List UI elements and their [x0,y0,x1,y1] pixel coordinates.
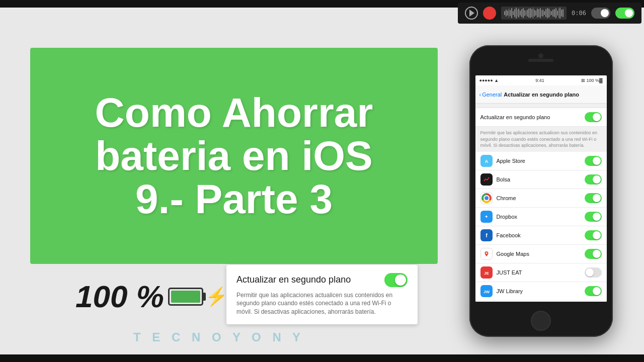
info-card-title-text: Actualizar en segundo plano [236,275,351,285]
just-eat-toggle[interactable] [585,267,602,278]
waveform-bar [558,9,559,18]
waveform-bar [542,10,543,17]
app-row-bolsa: Bolsa [475,170,607,189]
dropbox-label: Dropbox [497,214,581,220]
title-box: Como Ahorrar bateria en iOS 9.- Parte 3 [30,48,438,264]
back-button[interactable]: ‹ General [479,92,502,98]
ios-nav-bar: ‹ General Actualizar en segundo plano [475,85,607,104]
waveform-bar [547,8,548,18]
app-row-google-maps: Google Maps [475,245,607,263]
waveform-bar [516,8,517,19]
app-row-just-eat: JE JUST EAT [475,263,607,282]
status-time: 9:41 [535,78,544,83]
jw-library-toggle[interactable] [585,286,602,296]
main-toggle-switch[interactable] [585,112,602,122]
google-maps-toggle[interactable] [585,249,602,259]
apple-store-toggle[interactable] [585,156,602,166]
waveform-bar [557,11,558,16]
nav-title: Actualizar en segundo plano [504,92,579,98]
app-row-dropbox: ✦ Dropbox [475,208,607,226]
iphone-camera [538,53,543,58]
black-bar-bottom [0,354,644,362]
facebook-icon: f [480,229,493,241]
waveform-bar [548,9,549,18]
waveform-bar [530,8,531,18]
waveform-bar [545,9,546,17]
waveform-bar [559,8,560,19]
app-list: A Apple Store [475,152,607,302]
battery-percent: 100 % [75,279,164,314]
waveform-bar [531,9,532,17]
recording-time: 0:06 [572,10,586,17]
waveform-bar [524,10,525,16]
main-toggle[interactable] [384,273,408,287]
waveform-bar [523,8,524,18]
waveform-bar [509,9,510,18]
svg-text:✦: ✦ [485,214,489,219]
status-signals: ●●●●● ▲ [479,78,499,83]
iphone-speaker [528,59,553,62]
main-title: Como Ahorrar bateria en iOS 9.- Parte 3 [95,91,373,221]
dropbox-toggle[interactable] [585,212,602,222]
waveform-bar [533,8,534,19]
chrome-toggle[interactable] [585,193,602,203]
ios-status-bar: ●●●●● ▲ 9:41 ⊠ 100 %▓ [475,75,607,85]
app-row-apple-store: A Apple Store [475,152,607,170]
iphone-home-button[interactable] [531,311,551,331]
jw-library-label: JW Library [497,288,581,294]
toggle-mute[interactable] [591,8,610,19]
lightning-bolt-icon: ⚡ [205,286,228,307]
waveform-bar [528,9,529,18]
iphone-mockup: ●●●●● ▲ 9:41 ⊠ 100 %▓ ‹ General Actualiz… [469,45,613,337]
app-row-jw-library: JW JW Library [475,282,607,301]
svg-text:f: f [486,232,488,238]
status-battery: ⊠ 100 %▓ [581,78,603,83]
facebook-toggle[interactable] [585,230,602,240]
main-toggle-row: Actualizar en segundo plano [475,108,607,127]
jw-library-icon: JW [480,285,493,297]
waveform-display [501,7,567,20]
waveform-bar [526,11,527,15]
main-container: 0:06 Como Ahorrar bateria en iOS 9.- Par… [0,0,644,362]
content-area: Como Ahorrar bateria en iOS 9.- Parte 3 … [0,8,644,354]
bolsa-icon [480,173,493,186]
waveform-bar [538,9,539,17]
waveform-bar [561,10,562,17]
app-row-chrome: Chrome [475,189,607,208]
ios-settings-content: Actualizar en segundo plano Permitir que… [475,104,607,302]
svg-text:JE: JE [484,271,489,276]
google-maps-icon [480,248,493,260]
play-button[interactable] [465,7,478,20]
battery-fill [171,291,200,303]
google-maps-label: Google Maps [497,251,581,257]
waveform-bar [511,8,512,18]
apple-store-icon: A [480,155,493,167]
waveform-bar [535,11,536,16]
info-card-description: Permitir que las aplicaciones actualicen… [236,291,408,316]
waveform-bar [562,9,564,17]
waveform-bar [551,11,552,15]
facebook-label: Facebook [497,232,581,238]
waveform-bar [550,10,551,16]
svg-point-8 [486,252,487,254]
chrome-label: Chrome [497,195,581,201]
just-eat-icon: JE [480,266,493,279]
battery-body [168,288,203,306]
waveform-bar [521,9,522,17]
waveform-bar [517,10,518,17]
waveform-bar [518,9,519,18]
waveform-bar [507,11,508,16]
bolsa-toggle[interactable] [585,174,602,185]
record-button[interactable] [483,7,496,20]
bolsa-label: Bolsa [497,176,581,183]
toggle-record-active[interactable] [615,8,634,19]
main-toggle-label: Actualizar en segundo plano [480,114,550,120]
left-panel: Como Ahorrar bateria en iOS 9.- Parte 3 … [0,8,438,354]
app-row-line: L LINE [475,301,607,302]
waveform-bar [520,11,521,16]
waveform-bar [514,9,515,17]
recording-bar: 0:06 [458,3,641,24]
right-panel: ●●●●● ▲ 9:41 ⊠ 100 %▓ ‹ General Actualiz… [438,8,644,354]
info-card-header: Actualizar en segundo plano [236,273,408,287]
waveform-bar [534,10,535,17]
